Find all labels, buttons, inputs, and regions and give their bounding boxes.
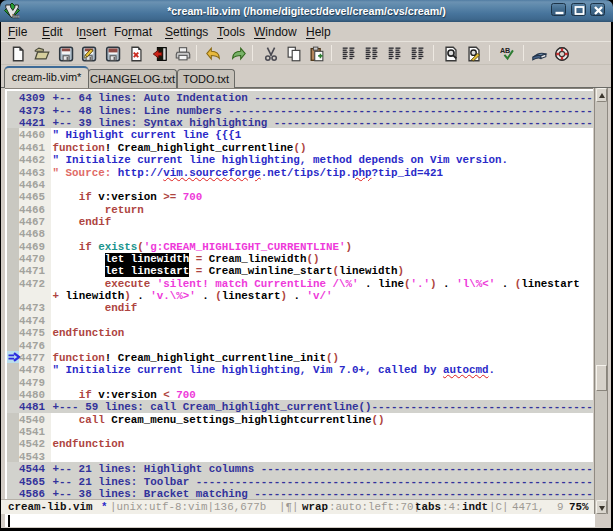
svg-text:AB: AB [500, 46, 510, 55]
